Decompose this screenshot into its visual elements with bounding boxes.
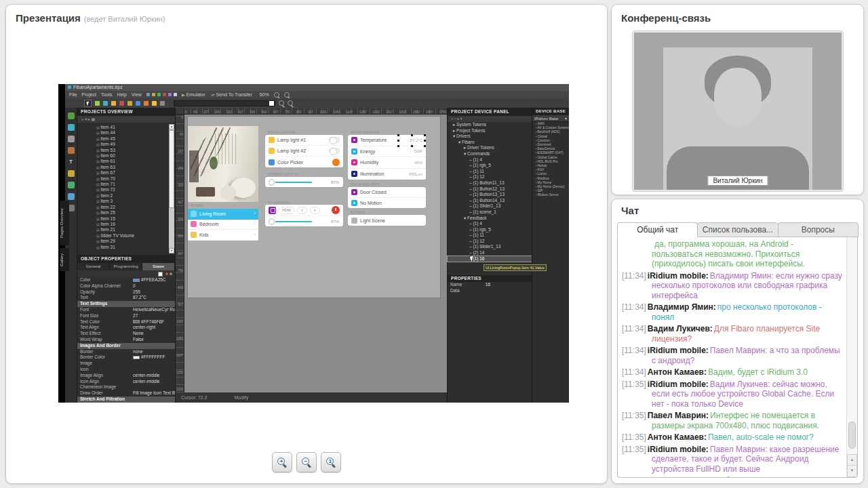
zoom-in-icon[interactable] (274, 92, 279, 98)
property-row[interactable]: Border Color #FFFFFFFF (77, 354, 175, 361)
selection-handle[interactable] (424, 140, 426, 142)
device-tree-item[interactable]: – (1) rgb_5 (448, 163, 532, 169)
selection-handle[interactable] (424, 145, 426, 147)
device-tree-item[interactable]: – (1) 4 (448, 157, 532, 163)
scrollbar[interactable]: ▲▼ (169, 124, 174, 253)
device-tree-item[interactable]: – (1) Slider1_13 (448, 203, 532, 209)
toolbar-icon[interactable] (157, 93, 161, 96)
power-button[interactable] (332, 206, 340, 214)
device-tree-item[interactable]: – (1) Button12_13 (448, 186, 532, 192)
tool-icon[interactable] (68, 182, 75, 188)
artboard-living-room-page[interactable]: ROOMS Living Room › Bedroom › (188, 117, 440, 298)
tree-item[interactable]: Item 53 (77, 148, 167, 153)
sensor-row[interactable]: Humidity 46% (348, 157, 426, 169)
toolbar-icon[interactable] (146, 93, 150, 96)
tree-item[interactable]: Item 21 (77, 227, 167, 232)
device-panel-toolbar[interactable]: + − ▸ ▾ (448, 116, 532, 122)
property-row[interactable]: Font Size 27 (77, 313, 175, 319)
tree-item[interactable]: Item 72 (77, 187, 167, 192)
add-state-icon[interactable] (170, 272, 172, 275)
tree-item[interactable]: Item 16 (77, 222, 167, 227)
tree-item[interactable]: Item 22 (77, 205, 167, 210)
zoom-reset-button[interactable]: 1 (321, 452, 341, 472)
properties-tab[interactable]: States (142, 263, 175, 270)
device-tree-item[interactable]: – (1) scene_1 (448, 209, 532, 216)
tree-item[interactable]: Item 45 (77, 136, 167, 142)
device-tree-item[interactable]: ▸ Driver Tokens (448, 145, 532, 151)
properties-tab[interactable]: Programming (110, 263, 142, 270)
channel-up-button[interactable]: ∧ (310, 207, 320, 214)
property-row[interactable]: Chameleon Image (77, 384, 175, 390)
property-row[interactable]: Image Align center-middle (77, 373, 175, 379)
selection-handle[interactable] (411, 145, 413, 147)
device-property-row[interactable]: Name 16 (448, 282, 532, 288)
scroll-down-icon[interactable]: ▼ (847, 465, 857, 477)
tree-item[interactable]: Item 67 (77, 170, 167, 176)
selection-handle[interactable] (397, 134, 399, 136)
menu-item[interactable]: View (132, 92, 142, 97)
room-item[interactable]: Bedroom › (188, 220, 258, 230)
scene-row[interactable]: Light Scene (348, 215, 426, 226)
tree-item[interactable]: Item 44 (77, 130, 167, 136)
menu-item[interactable]: Tools (101, 92, 112, 97)
property-row[interactable]: Text Settings (77, 301, 175, 307)
room-control-row[interactable]: Lamp light #2 (265, 146, 343, 157)
properties-tab[interactable]: General (77, 263, 110, 270)
menu-item[interactable]: File (69, 92, 77, 97)
scroll-thumb[interactable] (169, 130, 174, 208)
property-row[interactable]: Font HelveticaNeueCyr Roma... (77, 307, 175, 313)
device-tree-item[interactable]: – (1) Button13_13 (448, 192, 532, 198)
menu-button[interactable]: 60% (258, 92, 269, 97)
tool-icon[interactable] (68, 124, 75, 131)
selection-handle[interactable] (397, 145, 399, 147)
zoom-out-button[interactable]: − (296, 452, 317, 472)
toggle-switch[interactable] (329, 137, 340, 143)
tool-icon[interactable] (152, 101, 157, 106)
tool-icon[interactable] (111, 101, 116, 106)
security-row[interactable]: No Motion (348, 198, 426, 209)
tool-icon[interactable] (136, 101, 140, 106)
tool-icon[interactable] (144, 101, 149, 106)
device-tree-item[interactable]: – (2) 14 (448, 250, 532, 256)
tree-item[interactable]: Item 60 (77, 153, 167, 159)
property-row[interactable]: Color #FFEEA25C (77, 277, 175, 283)
property-row[interactable]: Border none (77, 349, 175, 355)
sensor-row[interactable]: Temperature 87.2°C (348, 135, 426, 146)
state-swatch[interactable] (158, 272, 163, 277)
tool-icon[interactable] (103, 101, 108, 106)
room-item[interactable]: Living Room › (188, 209, 258, 220)
device-tree-item[interactable]: – (1) rgb_5 (448, 227, 532, 233)
device-tree-item[interactable]: ▾ Commands (448, 151, 532, 157)
projects-overview-toolbar[interactable]: + ▾ ▸ ▦ (77, 116, 175, 123)
tree-item[interactable]: Item 61 (77, 159, 167, 164)
device-tree-item[interactable]: – (1) Slider1_13 (448, 244, 532, 250)
scroll-down-icon[interactable]: ▼ (169, 248, 174, 253)
device-tree-item[interactable]: – (1) 11 (448, 169, 532, 175)
search-icon[interactable] (279, 100, 284, 106)
dimmer-slider[interactable]: 87% (265, 177, 343, 187)
chat-tab[interactable]: Список пользова... (697, 222, 778, 237)
tool-icon[interactable] (119, 101, 124, 106)
tool-icon[interactable] (68, 147, 75, 154)
tree-item[interactable]: Slider TV Volume (77, 233, 167, 239)
device-tree-item[interactable]: ▸ Project Tokens (448, 128, 532, 134)
hdmi-button[interactable]: HDMI (279, 207, 294, 214)
zoom-out-icon[interactable] (284, 92, 290, 98)
property-row[interactable]: Images And Border (77, 343, 175, 349)
tool-icon[interactable] (127, 101, 132, 106)
chat-tab[interactable]: Общий чат (617, 222, 698, 237)
device-tree-item[interactable]: – (1) 11 (448, 232, 532, 239)
tree-item[interactable]: Item 15 (77, 216, 167, 222)
tool-icon[interactable] (68, 193, 75, 200)
search-icon[interactable] (288, 100, 293, 106)
channel-down-button[interactable]: ∨ (297, 207, 307, 214)
property-row[interactable]: Draw Order Fill Image Icon Text Bor... (77, 390, 175, 396)
delete-state-icon[interactable] (165, 272, 168, 275)
selection-handle[interactable] (397, 140, 399, 142)
chat-tab[interactable]: Вопросы (778, 222, 859, 237)
tree-item[interactable]: Item 49 (77, 142, 167, 147)
tree-item[interactable]: Item 41 (77, 125, 167, 130)
tab-pages-overview[interactable]: Pages Overview (60, 201, 69, 245)
toolbar-icon[interactable] (168, 93, 172, 96)
editor-canvas[interactable]: ROOMS Living Room › Bedroom › (184, 115, 447, 392)
